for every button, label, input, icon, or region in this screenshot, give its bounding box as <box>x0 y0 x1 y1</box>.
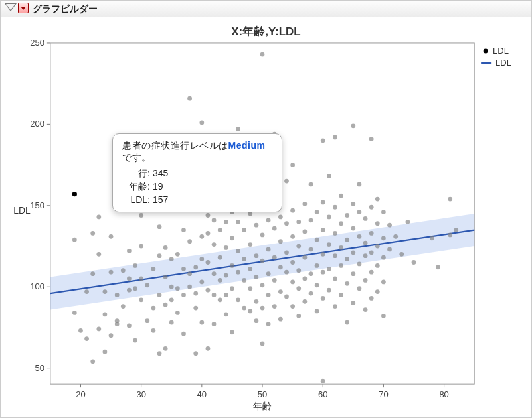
svg-point-39 <box>96 327 101 332</box>
svg-point-175 <box>284 221 289 226</box>
svg-point-275 <box>72 192 77 196</box>
svg-point-204 <box>321 252 325 257</box>
svg-point-106 <box>206 260 211 265</box>
panel-title: グラフビルダー <box>33 1 98 17</box>
svg-point-171 <box>278 215 283 220</box>
svg-point-146 <box>254 253 259 258</box>
svg-point-192 <box>302 202 307 206</box>
svg-point-186 <box>296 286 301 291</box>
svg-point-140 <box>248 267 252 271</box>
chart-area[interactable]: 5010015020025020304050607080年齢LDLLDLLDL <box>14 35 526 412</box>
svg-point-172 <box>278 317 283 322</box>
svg-point-232 <box>351 250 355 255</box>
svg-point-102 <box>199 257 204 261</box>
svg-point-96 <box>193 265 198 269</box>
svg-point-271 <box>436 265 440 269</box>
svg-point-168 <box>278 265 283 269</box>
svg-point-54 <box>127 288 132 293</box>
svg-point-112 <box>212 271 217 276</box>
svg-point-70 <box>157 351 162 356</box>
svg-point-128 <box>230 330 234 334</box>
svg-point-257 <box>375 197 380 202</box>
svg-point-188 <box>296 314 301 318</box>
svg-point-132 <box>236 249 240 253</box>
svg-point-55 <box>127 277 132 281</box>
svg-point-65 <box>145 318 149 323</box>
svg-point-180 <box>290 234 295 239</box>
svg-text:40: 40 <box>197 389 207 399</box>
svg-point-72 <box>157 224 162 229</box>
svg-point-135 <box>242 278 246 283</box>
svg-point-82 <box>175 252 180 257</box>
svg-point-263 <box>381 314 386 318</box>
svg-text:200: 200 <box>30 119 44 129</box>
svg-point-225 <box>339 194 343 198</box>
svg-point-268 <box>405 220 410 224</box>
svg-point-42 <box>103 312 108 316</box>
svg-point-141 <box>248 286 252 291</box>
svg-point-166 <box>272 304 277 309</box>
svg-point-252 <box>369 296 374 301</box>
svg-point-224 <box>339 263 343 268</box>
svg-point-238 <box>357 262 362 267</box>
svg-point-249 <box>369 250 374 255</box>
svg-point-217 <box>333 231 337 236</box>
svg-point-68 <box>151 267 155 271</box>
svg-point-131 <box>236 297 240 302</box>
svg-point-116 <box>218 255 222 260</box>
svg-point-160 <box>266 293 271 297</box>
svg-point-236 <box>351 301 355 305</box>
svg-point-144 <box>248 242 252 247</box>
svg-point-247 <box>363 307 368 312</box>
svg-point-251 <box>369 270 374 275</box>
tooltip-row-label: 行: <box>122 168 150 180</box>
svg-point-123 <box>224 312 228 316</box>
options-dropdown-icon[interactable] <box>18 3 29 13</box>
collapse-toggle-icon[interactable] <box>5 3 17 11</box>
svg-point-209 <box>321 138 325 143</box>
svg-point-63 <box>139 277 143 281</box>
svg-point-98 <box>193 306 198 311</box>
svg-point-253 <box>369 137 374 141</box>
svg-point-156 <box>260 342 265 346</box>
svg-point-267 <box>399 252 404 257</box>
svg-point-230 <box>345 281 349 286</box>
svg-point-75 <box>163 303 168 307</box>
svg-text:20: 20 <box>76 389 85 399</box>
svg-point-201 <box>315 210 319 214</box>
svg-point-58 <box>133 263 137 268</box>
svg-point-266 <box>393 234 398 239</box>
svg-point-31 <box>72 238 77 242</box>
svg-point-221 <box>333 135 337 140</box>
svg-point-228 <box>345 257 349 261</box>
svg-point-149 <box>254 318 259 323</box>
svg-point-150 <box>260 52 265 57</box>
svg-point-50 <box>115 322 120 326</box>
svg-point-169 <box>278 239 283 244</box>
svg-point-218 <box>333 277 337 281</box>
svg-point-117 <box>218 278 222 283</box>
svg-point-162 <box>272 255 277 260</box>
svg-point-274 <box>454 228 458 232</box>
svg-point-265 <box>387 223 392 228</box>
svg-point-134 <box>236 127 240 131</box>
svg-point-235 <box>351 202 355 206</box>
svg-point-185 <box>296 244 301 249</box>
svg-point-133 <box>236 220 240 224</box>
svg-point-270 <box>430 236 434 240</box>
svg-point-40 <box>96 252 101 257</box>
svg-text:100: 100 <box>30 281 44 291</box>
svg-point-208 <box>321 296 325 301</box>
svg-point-46 <box>109 270 114 275</box>
svg-text:年齢: 年齢 <box>253 401 272 411</box>
svg-point-111 <box>212 218 217 222</box>
svg-point-137 <box>242 306 246 311</box>
svg-point-159 <box>266 218 271 222</box>
svg-text:60: 60 <box>318 389 327 399</box>
svg-point-269 <box>412 260 416 265</box>
svg-point-41 <box>96 215 101 220</box>
svg-point-207 <box>321 200 325 205</box>
svg-point-250 <box>369 205 374 210</box>
panel-titlebar[interactable]: グラフビルダー <box>1 1 531 17</box>
svg-point-222 <box>339 245 343 250</box>
